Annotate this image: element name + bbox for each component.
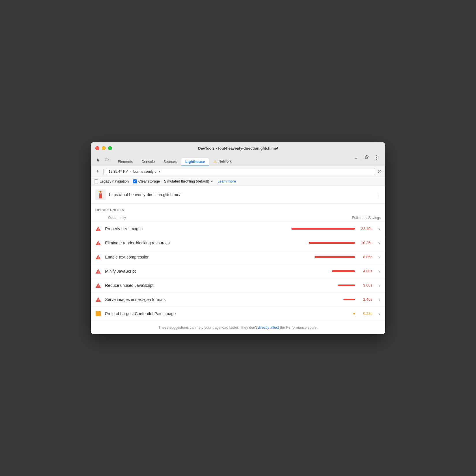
savings-value: 8.85s bbox=[358, 255, 372, 259]
savings-value: 0.23s bbox=[358, 311, 372, 316]
maximize-button[interactable] bbox=[108, 146, 112, 150]
savings-bar bbox=[338, 285, 355, 286]
address-display[interactable]: 12:35:47 PM - foul-heavenly-c ▼ bbox=[106, 168, 375, 175]
opportunity-row[interactable]: ! Minify JavaScript4.80s∨ bbox=[91, 264, 385, 278]
url-more-icon[interactable]: ⋮ bbox=[375, 191, 381, 198]
minimize-button[interactable] bbox=[102, 146, 106, 150]
warning-triangle-icon: ! bbox=[95, 282, 101, 288]
svg-rect-16 bbox=[96, 311, 101, 316]
expand-row-icon[interactable]: ∨ bbox=[378, 227, 381, 231]
opportunity-label: Reduce unused JavaScript bbox=[105, 283, 338, 288]
clear-storage-checkbox[interactable]: ✓ bbox=[133, 179, 137, 183]
savings-bar-container: 3.60s∨ bbox=[338, 283, 381, 287]
address-url: foul-heavenly-c bbox=[133, 170, 156, 174]
options-row: Legacy navigation ✓ Clear storage Simula… bbox=[91, 177, 385, 186]
close-button[interactable] bbox=[95, 146, 99, 150]
opportunity-row[interactable]: ! Enable text compression8.85s∨ bbox=[91, 250, 385, 264]
savings-bar-container: 22.10s∨ bbox=[291, 226, 381, 231]
browser-window: DevTools - foul-heavenly-direction.glitc… bbox=[91, 142, 385, 334]
svg-text:!: ! bbox=[98, 256, 99, 259]
opportunity-label: Enable text compression bbox=[105, 255, 315, 259]
savings-bar-container: 10.25s∨ bbox=[309, 241, 381, 245]
opportunity-label: Serve images in next-gen formats bbox=[105, 297, 343, 302]
directly-affect-link[interactable]: directly affect bbox=[258, 326, 279, 330]
savings-bar bbox=[332, 270, 355, 272]
svg-text:!: ! bbox=[98, 270, 99, 274]
opportunity-row[interactable]: ! Properly size images22.10s∨ bbox=[91, 222, 385, 236]
throttling-chevron-icon: ▼ bbox=[210, 180, 213, 183]
expand-row-icon[interactable]: ∨ bbox=[378, 298, 381, 302]
add-tab-btn[interactable]: + bbox=[94, 168, 101, 175]
svg-rect-1 bbox=[108, 159, 109, 161]
savings-value: 10.25s bbox=[358, 241, 372, 245]
svg-text:!: ! bbox=[98, 242, 99, 245]
warning-triangle-icon: ! bbox=[95, 226, 101, 232]
opportunity-label: Properly size images bbox=[105, 226, 291, 231]
more-options-icon-btn[interactable]: ⋮ bbox=[373, 153, 381, 161]
savings-bar-container: 2.40s∨ bbox=[343, 297, 381, 302]
opportunity-label: Minify JavaScript bbox=[105, 269, 332, 274]
devtools-tabs-row: Elements Console Sources Lighthouse ⚠ Ne… bbox=[95, 153, 381, 166]
tab-console[interactable]: Console bbox=[137, 158, 159, 166]
tab-sources[interactable]: Sources bbox=[159, 158, 181, 166]
address-time: 12:35:47 PM bbox=[109, 170, 128, 174]
expand-row-icon[interactable]: ∨ bbox=[378, 241, 381, 245]
throttling-dropdown[interactable]: Simulated throttling (default) ▼ bbox=[164, 179, 213, 183]
svg-rect-3 bbox=[99, 198, 102, 198]
address-separator: - bbox=[130, 170, 131, 174]
footer-note: These suggestions can help your page loa… bbox=[91, 321, 385, 334]
savings-bar bbox=[353, 313, 355, 315]
expand-row-icon[interactable]: ∨ bbox=[378, 283, 381, 287]
opportunity-row[interactable]: ! Reduce unused JavaScript3.60s∨ bbox=[91, 278, 385, 293]
tab-elements[interactable]: Elements bbox=[114, 158, 137, 166]
expand-row-icon[interactable]: ∨ bbox=[378, 269, 381, 273]
savings-value: 2.40s bbox=[358, 297, 372, 302]
savings-value: 22.10s bbox=[358, 226, 372, 231]
warning-triangle-icon: ! bbox=[95, 254, 101, 260]
opportunity-row[interactable]: Preload Largest Contentful Paint image0.… bbox=[91, 307, 385, 321]
lighthouse-icon bbox=[95, 189, 106, 200]
opportunities-table-header: Opportunity Estimated Savings bbox=[91, 214, 385, 222]
opportunities-section-header: OPPORTUNITIES bbox=[91, 204, 385, 214]
svg-text:!: ! bbox=[98, 298, 99, 302]
check-icon: ✓ bbox=[134, 180, 136, 183]
savings-value: 4.80s bbox=[358, 269, 372, 273]
tab-network[interactable]: ⚠ Network bbox=[209, 158, 236, 166]
no-entry-icon[interactable]: ⊘ bbox=[378, 168, 382, 175]
warning-triangle-icon: ! bbox=[95, 240, 101, 246]
opportunity-label: Eliminate render-blocking resources bbox=[105, 241, 309, 245]
warning-triangle-icon: ! bbox=[95, 297, 101, 302]
svg-text:!: ! bbox=[98, 228, 99, 231]
savings-value: 3.60s bbox=[358, 283, 372, 287]
info-square-icon bbox=[95, 311, 101, 317]
window-title: DevTools - foul-heavenly-direction.glitc… bbox=[198, 146, 278, 150]
savings-bar-container: 8.85s∨ bbox=[315, 255, 381, 259]
clear-storage-label[interactable]: ✓ Clear storage bbox=[133, 179, 160, 183]
learn-more-link[interactable]: Learn more bbox=[217, 179, 236, 183]
opportunities-list: ! Properly size images22.10s∨ ! Eliminat… bbox=[91, 222, 385, 321]
network-warning-icon: ⚠ bbox=[213, 159, 217, 164]
lighthouse-url-bar: https://foul-heavenly-direction.glitch.m… bbox=[91, 186, 385, 204]
savings-bar-container: 0.23s∨ bbox=[353, 311, 381, 316]
main-content: https://foul-heavenly-direction.glitch.m… bbox=[91, 186, 385, 334]
savings-bar bbox=[315, 256, 355, 258]
cursor-icon-btn[interactable] bbox=[95, 157, 102, 164]
more-tabs-btn[interactable]: » bbox=[352, 155, 359, 163]
device-toggle-btn[interactable] bbox=[103, 157, 110, 164]
expand-row-icon[interactable]: ∨ bbox=[378, 312, 381, 316]
svg-rect-0 bbox=[105, 159, 108, 161]
settings-icon-btn[interactable] bbox=[363, 153, 371, 161]
expand-row-icon[interactable]: ∨ bbox=[378, 255, 381, 259]
legacy-navigation-label[interactable]: Legacy navigation bbox=[94, 179, 129, 183]
address-dropdown-icon[interactable]: ▼ bbox=[158, 170, 161, 173]
address-bar-row: + 12:35:47 PM - foul-heavenly-c ▼ ⊘ bbox=[91, 166, 385, 177]
legacy-navigation-checkbox[interactable] bbox=[94, 179, 98, 183]
savings-bar bbox=[309, 242, 355, 244]
savings-bar bbox=[343, 299, 355, 300]
tab-lighthouse[interactable]: Lighthouse bbox=[181, 158, 209, 166]
opportunity-label: Preload Largest Contentful Paint image bbox=[105, 311, 353, 316]
svg-text:!: ! bbox=[98, 284, 99, 288]
opportunity-row[interactable]: ! Serve images in next-gen formats2.40s∨ bbox=[91, 293, 385, 307]
lighthouse-url: https://foul-heavenly-direction.glitch.m… bbox=[109, 192, 372, 197]
opportunity-row[interactable]: ! Eliminate render-blocking resources10.… bbox=[91, 236, 385, 250]
